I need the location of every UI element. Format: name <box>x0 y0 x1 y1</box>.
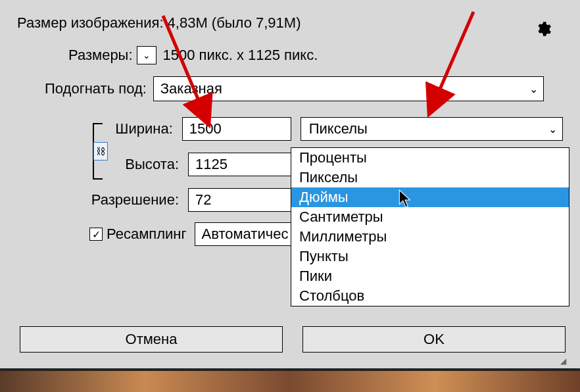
ok-label: OK <box>423 331 445 348</box>
annotation-arrow-icon <box>150 9 229 138</box>
unit-option[interactable]: Сантиметры <box>291 207 569 227</box>
unit-option[interactable]: Столбцов <box>291 286 569 306</box>
unit-value: Пикселы <box>309 120 368 137</box>
annotation-arrow-icon <box>414 7 493 129</box>
resize-grip-icon: ◢ <box>560 356 573 366</box>
unit-option[interactable]: Пункты <box>291 247 569 266</box>
link-icon: ⛓ <box>96 146 105 157</box>
chevron-down-icon: ⌄ <box>548 123 557 135</box>
unit-option[interactable]: Миллиметры <box>291 227 569 247</box>
taskbar-strip <box>0 368 580 392</box>
unit-option[interactable]: Пики <box>291 266 569 286</box>
unit-option[interactable]: Дюймы <box>291 187 569 207</box>
dialog-buttons: Отмена OK <box>20 326 566 353</box>
resample-label: Ресамплинг <box>107 226 187 243</box>
gear-icon[interactable] <box>534 20 552 38</box>
resolution-label: Разрешение: <box>17 191 188 208</box>
resample-method-select[interactable]: Автоматичес <box>195 222 299 246</box>
fit-label: Подогнать под: <box>45 80 147 97</box>
height-input[interactable] <box>188 153 297 176</box>
constrain-link-icon[interactable]: ⛓ <box>93 142 108 160</box>
ok-button[interactable]: OK <box>302 326 566 353</box>
unit-dropdown[interactable]: ПроцентыПикселыДюймыСантиметрыМиллиметры… <box>291 147 569 306</box>
resample-method-value: Автоматичес <box>202 226 289 243</box>
resolution-input[interactable] <box>188 188 297 212</box>
resample-checkbox[interactable]: ✓ <box>89 228 103 241</box>
check-icon: ✓ <box>92 228 101 241</box>
image-size-label: Размер изображения: <box>17 14 164 32</box>
cancel-button[interactable]: Отмена <box>20 326 283 353</box>
chevron-down-icon: ⌄ <box>529 83 538 95</box>
cancel-label: Отмена <box>126 331 178 348</box>
chevron-down-icon: ⌄ <box>143 50 151 61</box>
unit-option[interactable]: Проценты <box>291 148 569 168</box>
dimensions-label: Размеры: <box>68 47 133 64</box>
unit-option[interactable]: Пикселы <box>291 168 569 187</box>
